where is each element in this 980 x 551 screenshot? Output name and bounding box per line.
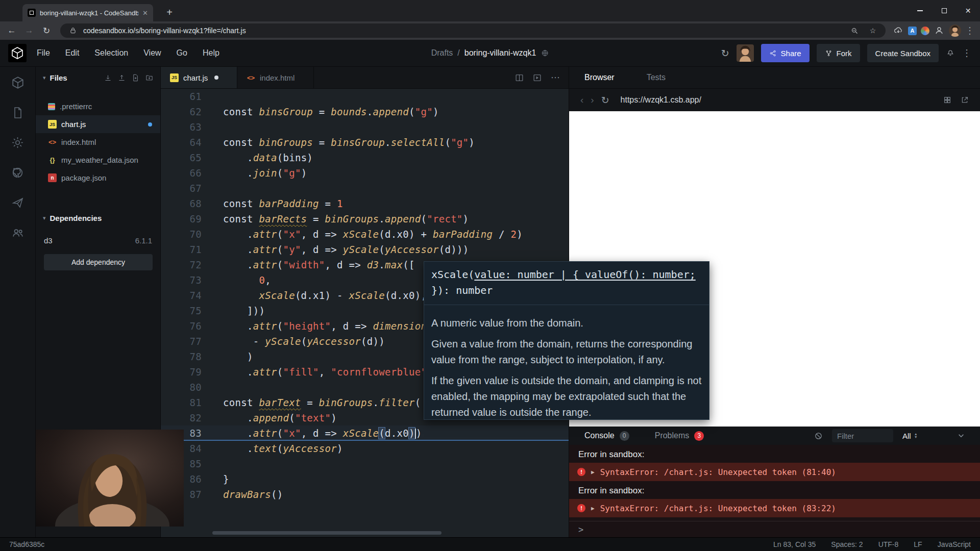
file-item-.prettierrc[interactable]: .prettierrc [36, 97, 160, 115]
collapse-console-icon[interactable] [958, 432, 965, 439]
dependency-item-d3[interactable]: d36.1.1 [36, 233, 160, 248]
status-item[interactable]: Spaces: 2 [831, 540, 863, 548]
horizontal-scrollbar[interactable] [212, 531, 442, 535]
cloud-download-extension-icon[interactable] [893, 25, 904, 36]
expand-caret-icon[interactable]: ▶ [591, 505, 595, 512]
export-icon[interactable] [104, 74, 112, 82]
menu-selection[interactable]: Selection [94, 48, 128, 58]
rail-explorer-icon[interactable] [11, 76, 24, 89]
status-item[interactable]: Ln 83, Col 35 [773, 540, 816, 548]
code-line-61[interactable]: 61 [161, 89, 569, 104]
open-in-new-window-icon[interactable] [961, 96, 969, 104]
preview-url[interactable]: https://wzqk1.csb.app/ [621, 95, 936, 105]
menu-file[interactable]: File [37, 48, 50, 58]
file-item-chart.js[interactable]: JSchart.js [36, 115, 160, 133]
window-close-button[interactable]: ✕ [956, 0, 980, 21]
file-item-my_weather_data.json[interactable]: {}my_weather_data.json [36, 151, 160, 169]
code-line-86[interactable]: 86} [161, 471, 569, 487]
tab-tests[interactable]: Tests [647, 73, 666, 82]
translate-extension-icon[interactable]: A [908, 27, 917, 35]
fork-button[interactable]: Fork [817, 44, 860, 62]
split-editor-icon[interactable] [515, 73, 524, 82]
status-item[interactable]: UTF-8 [878, 540, 899, 548]
console-error-row[interactable]: !▶SyntaxError: /chart.js: Unexpected tok… [569, 463, 980, 481]
status-item[interactable]: JavaScript [938, 540, 971, 548]
preview-reload-icon[interactable]: ↻ [601, 94, 609, 106]
menu-edit[interactable]: Edit [65, 48, 80, 58]
code-line-84[interactable]: 84 .text(yAccessor) [161, 441, 569, 456]
window-minimize-button[interactable] [908, 0, 932, 21]
menu-go[interactable]: Go [177, 48, 187, 58]
browser-tab[interactable]: boring-villani-wzqk1 - CodeSandb ✕ [22, 4, 153, 21]
editor-more-icon[interactable]: ⋯ [551, 72, 560, 83]
code-line-67[interactable]: 67 [161, 181, 569, 196]
code-line-87[interactable]: 87drawBars() [161, 487, 569, 502]
code-line-83[interactable]: 83 .attr("x", d => xScale(d.x0)) [161, 425, 569, 441]
new-file-icon[interactable] [132, 74, 139, 82]
tab-problems[interactable]: Problems [655, 431, 690, 440]
expand-caret-icon[interactable]: ▶ [591, 469, 595, 475]
rail-github-icon[interactable] [11, 166, 24, 179]
browser-menu-icon[interactable]: ⋮ [965, 25, 975, 36]
log-level-select[interactable]: All ▲▼ [902, 432, 948, 440]
more-options-icon[interactable]: ⋮ [962, 47, 972, 59]
code-line-71[interactable]: 71 .attr("y", d => yScale(yAccessor(d))) [161, 242, 569, 257]
address-bar[interactable]: codesandbox.io/s/boring-villani-wzqk1?fi… [60, 23, 886, 38]
window-maximize-button[interactable] [932, 0, 956, 21]
rail-live-users-icon[interactable] [11, 226, 24, 239]
rail-deploy-rocket-icon[interactable] [12, 196, 24, 209]
tab-close-icon[interactable]: ✕ [142, 9, 148, 17]
upload-icon[interactable] [118, 74, 126, 82]
back-button[interactable]: ← [5, 26, 18, 36]
file-item-index.html[interactable]: <>index.html [36, 133, 160, 151]
editor-tab-index.html[interactable]: <>index.html [237, 67, 314, 88]
profile-avatar[interactable] [949, 24, 961, 37]
code-line-62[interactable]: 62const binsGroup = bounds.append("g") [161, 104, 569, 119]
console-filter-input[interactable] [832, 429, 893, 442]
code-line-66[interactable]: 66 .join("g") [161, 165, 569, 181]
files-header[interactable]: ▾ Files [36, 67, 160, 88]
zoom-icon[interactable] [849, 25, 860, 36]
breadcrumb-folder[interactable]: Drafts [431, 48, 453, 58]
globe-icon[interactable] [541, 49, 549, 57]
file-item-package.json[interactable]: npackage.json [36, 169, 160, 187]
notifications-bell-icon[interactable] [946, 47, 955, 59]
new-tab-button[interactable]: + [162, 5, 177, 19]
preview-modules-icon[interactable] [943, 96, 951, 104]
codesandbox-logo[interactable] [8, 44, 27, 62]
bookmark-star-icon[interactable]: ☆ [867, 25, 878, 36]
code-line-65[interactable]: 65 .data(bins) [161, 150, 569, 165]
code-line-68[interactable]: 68const barPadding = 1 [161, 196, 569, 211]
preview-layout-icon[interactable] [533, 73, 542, 82]
reload-button[interactable]: ↻ [40, 26, 53, 36]
code-line-70[interactable]: 70 .attr("x", d => xScale(d.x0) + barPad… [161, 227, 569, 242]
menu-view[interactable]: View [143, 48, 161, 58]
code-line-64[interactable]: 64const binGroups = binsGroup.selectAll(… [161, 135, 569, 150]
code-line-63[interactable]: 63 [161, 119, 569, 135]
new-folder-icon[interactable] [145, 74, 153, 82]
preview-forward-icon[interactable]: › [591, 94, 594, 106]
rail-settings-gear-icon[interactable] [11, 136, 24, 149]
code-line-85[interactable]: 85 [161, 456, 569, 471]
console-prompt[interactable]: > [569, 521, 980, 537]
breadcrumb-sandbox-name[interactable]: boring-villani-wzqk1 [464, 48, 536, 58]
user-avatar[interactable] [737, 44, 754, 62]
console-error-row[interactable]: !▶SyntaxError: /chart.js: Unexpected tok… [569, 499, 980, 517]
clear-console-icon[interactable] [814, 432, 823, 440]
add-dependency-button[interactable]: Add dependency [44, 254, 153, 270]
tab-console[interactable]: Console [584, 431, 615, 440]
menu-help[interactable]: Help [203, 48, 219, 58]
status-item[interactable]: LF [914, 540, 922, 548]
create-sandbox-button[interactable]: Create Sandbox [867, 44, 939, 62]
editor-tab-chart.js[interactable]: JSchart.js [161, 67, 237, 88]
extension-icon[interactable] [921, 27, 929, 35]
dependencies-header[interactable]: ▾ Dependencies [36, 210, 160, 226]
share-button[interactable]: Share [761, 44, 810, 62]
person-extension-icon[interactable] [934, 25, 945, 36]
code-line-69[interactable]: 69const barRects = binGroups.append("rec… [161, 211, 569, 227]
tab-browser[interactable]: Browser [584, 73, 615, 82]
sync-icon[interactable]: ↻ [721, 47, 729, 59]
forward-button[interactable]: → [22, 26, 36, 36]
preview-back-icon[interactable]: ‹ [580, 94, 583, 106]
rail-file-icon[interactable] [12, 107, 24, 119]
